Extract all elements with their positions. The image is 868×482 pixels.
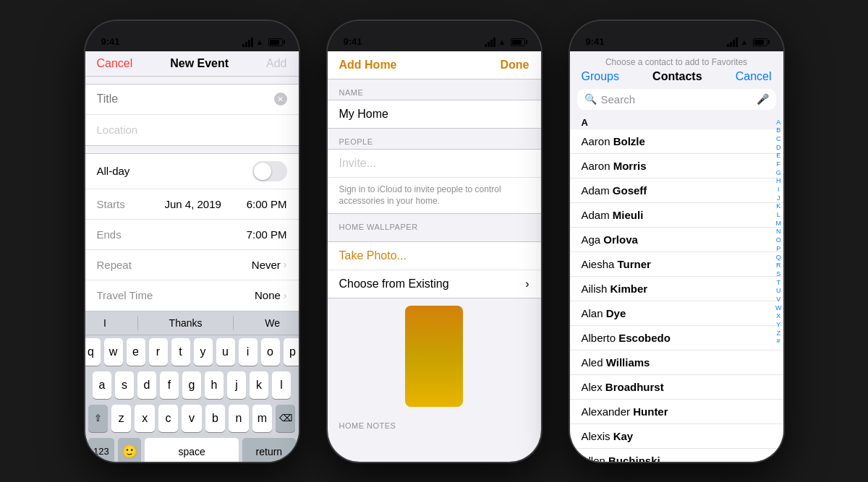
key-x[interactable]: x: [135, 405, 154, 432]
phone-calendar: 9:41 ▲ Cancel New Event Add ✕ Location: [85, 21, 299, 462]
repeat-chevron: ›: [284, 259, 287, 270]
key-emoji[interactable]: 🙂: [118, 438, 141, 462]
key-s[interactable]: s: [115, 371, 134, 399]
key-t[interactable]: t: [171, 338, 190, 366]
contact-adam-mieuli[interactable]: Adam Mieuli: [570, 203, 783, 228]
ends-row[interactable]: Ends 7:00 PM: [85, 220, 299, 250]
starts-label: Starts: [97, 198, 162, 210]
key-row-4: 123 🙂 space return: [88, 438, 296, 462]
done-button[interactable]: Done: [501, 59, 529, 72]
title-section: ✕ Location: [85, 84, 299, 146]
key-e[interactable]: e: [127, 338, 145, 366]
contact-aga-orlova[interactable]: Aga Orlova: [570, 228, 783, 252]
calendar-nav: Cancel New Event Add: [85, 51, 299, 77]
key-b[interactable]: b: [205, 405, 225, 432]
key-v[interactable]: v: [182, 405, 201, 432]
signal-icon-3: [727, 38, 738, 47]
title-row: ✕: [85, 85, 299, 115]
contact-aaron-bolzle[interactable]: Aaron Bolzle: [570, 129, 783, 154]
repeat-value: Never: [162, 259, 281, 271]
notch: [145, 21, 239, 41]
starts-row[interactable]: Starts Jun 4, 2019 6:00 PM: [85, 189, 299, 220]
autocomplete-we[interactable]: We: [259, 316, 286, 330]
key-space[interactable]: space: [145, 438, 239, 462]
key-shift[interactable]: ⇧: [88, 405, 108, 432]
wifi-icon-3: ▲: [741, 38, 749, 46]
key-h[interactable]: h: [205, 371, 224, 399]
key-i[interactable]: i: [239, 338, 258, 366]
contact-allen-buchinski[interactable]: Allen Buchinski: [570, 449, 783, 462]
key-l[interactable]: l: [272, 371, 291, 399]
status-icons-2: ▲: [485, 38, 525, 47]
event-details-section: All-day Starts Jun 4, 2019 6:00 PM Ends …: [85, 153, 299, 311]
choose-existing-chevron: ›: [525, 277, 529, 291]
autocomplete-thanks[interactable]: Thanks: [163, 316, 208, 330]
contact-alexander-hunter[interactable]: Alexander Hunter: [570, 400, 783, 424]
people-box: Invite... Sign in to iCloud to invite pe…: [328, 149, 541, 215]
key-k[interactable]: k: [250, 371, 268, 399]
autocomplete-divider-2: [233, 316, 234, 330]
take-photo-button[interactable]: Take Photo...: [328, 242, 541, 270]
name-value[interactable]: My Home: [339, 108, 388, 120]
key-z[interactable]: z: [111, 405, 131, 432]
key-y[interactable]: y: [194, 338, 213, 366]
choose-existing-row[interactable]: Choose from Existing ›: [328, 270, 541, 298]
key-n[interactable]: n: [229, 405, 248, 432]
contact-aiesha-turner[interactable]: Aiesha Turner: [570, 252, 783, 277]
starts-date: Jun 4, 2019: [162, 198, 226, 210]
key-row-3: ⇧ z x c v b n m ⌫: [88, 405, 296, 432]
add-button[interactable]: Add: [266, 57, 286, 70]
key-123[interactable]: 123: [88, 438, 115, 462]
key-g[interactable]: g: [182, 371, 201, 399]
search-input[interactable]: Search: [601, 93, 752, 106]
invite-input[interactable]: Invite...: [328, 150, 541, 178]
search-bar[interactable]: 🔍 Search 🎤: [577, 89, 776, 110]
repeat-row[interactable]: Repeat Never ›: [85, 250, 299, 280]
key-u[interactable]: u: [216, 338, 235, 366]
wallpaper-preview: [328, 298, 541, 407]
cancel-button[interactable]: Cancel: [97, 57, 133, 70]
keyboard-rows: q w e r t y u i o p a s d f g h: [85, 335, 299, 462]
contact-alex-broadhurst[interactable]: Alex Broadhurst: [570, 375, 783, 400]
contact-ailish-kimber[interactable]: Ailish Kimber: [570, 277, 783, 301]
allday-toggle[interactable]: [252, 161, 287, 181]
groups-button[interactable]: Groups: [582, 70, 619, 83]
contact-alberto-escobedo[interactable]: Alberto Escobedo: [570, 326, 783, 350]
title-input[interactable]: [97, 92, 274, 106]
contact-aaron-morris[interactable]: Aaron Morris: [570, 154, 783, 178]
battery-icon-3: [753, 38, 767, 46]
key-r[interactable]: r: [149, 338, 168, 366]
wallpaper-box: Take Photo... Choose from Existing ›: [328, 241, 541, 298]
key-c[interactable]: c: [158, 405, 178, 432]
key-d[interactable]: d: [137, 371, 156, 399]
status-time-3: 9:41: [586, 36, 605, 47]
key-delete[interactable]: ⌫: [276, 405, 295, 432]
contact-alan-dye[interactable]: Alan Dye: [570, 301, 783, 326]
key-q[interactable]: q: [85, 338, 101, 366]
contacts-cancel-button[interactable]: Cancel: [736, 70, 772, 83]
key-o[interactable]: o: [261, 338, 280, 366]
ends-label: Ends: [97, 228, 162, 241]
contacts-nav: Groups Contacts Cancel: [570, 70, 783, 89]
key-j[interactable]: j: [227, 371, 246, 399]
contact-adam-goseff[interactable]: Adam Goseff: [570, 178, 783, 203]
alpha-section-a: A: [570, 116, 783, 129]
contact-alexis-kay[interactable]: Alexis Kay: [570, 424, 783, 449]
key-p[interactable]: p: [284, 338, 299, 366]
name-section: NAME My Home: [328, 79, 541, 129]
key-a[interactable]: a: [93, 371, 111, 399]
contacts-screen: Choose a contact to add to Favorites Gro…: [570, 51, 783, 462]
add-home-nav: Add Home Done: [328, 51, 541, 79]
key-return[interactable]: return: [242, 438, 295, 462]
traveltime-row[interactable]: Travel Time None ›: [85, 280, 299, 311]
autocomplete-i[interactable]: I: [98, 316, 112, 330]
toggle-knob: [254, 163, 271, 180]
clear-icon[interactable]: ✕: [274, 92, 287, 106]
location-input[interactable]: Location: [97, 124, 138, 136]
key-m[interactable]: m: [252, 405, 272, 432]
key-w[interactable]: w: [104, 338, 123, 366]
allday-label: All-day: [97, 165, 252, 177]
contact-aled-williams[interactable]: Aled Williams: [570, 350, 783, 375]
key-row-2: a s d f g h j k l: [88, 371, 296, 399]
key-f[interactable]: f: [160, 371, 179, 399]
